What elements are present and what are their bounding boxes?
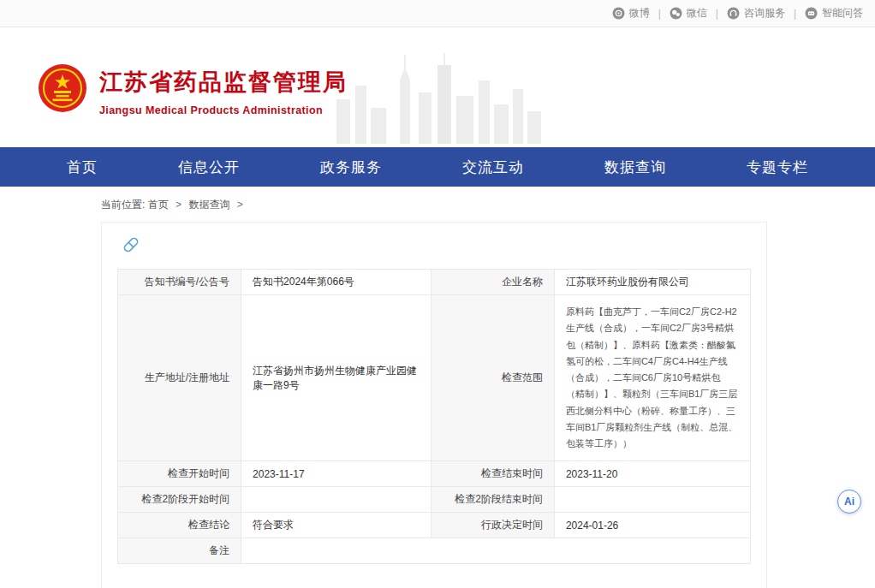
site-header: 江苏省药品监督管理局 Jiangsu Medical Products Admi…	[0, 27, 875, 147]
wechat-label: 微信	[687, 6, 707, 21]
topbar-divider: |	[658, 8, 661, 20]
weibo-label: 微博	[629, 6, 650, 21]
field-value-start-date: 2023-11-17	[241, 461, 432, 487]
field-value-decision-date: 2024-01-26	[554, 513, 750, 538]
field-label-start-date: 检查开始时间	[118, 461, 241, 487]
field-label-address: 生产地址/注册地址	[118, 295, 241, 461]
main-nav: 首页 信息公开 政务服务 交流互动 数据查询 专题专栏	[0, 147, 875, 187]
field-value-scope: 原料药【曲克芦丁，一车间C2厂房C2-H2生产线（合成），一车间C2厂房3号精烘…	[554, 295, 750, 461]
pill-icon	[121, 235, 141, 255]
consult-service-label: 咨询服务	[744, 6, 785, 21]
field-value-phase2-end	[554, 487, 750, 513]
site-title: 江苏省药品监督管理局	[99, 67, 348, 98]
agency-logo	[38, 63, 87, 113]
header-title-block: 江苏省药品监督管理局 Jiangsu Medical Products Admi…	[99, 67, 348, 116]
wechat-icon	[670, 7, 682, 20]
ai-assistant-button[interactable]: Ai	[837, 490, 861, 514]
table-row: 检查2阶段开始时间 检查2阶段结束时间	[118, 487, 751, 513]
breadcrumb-home-link[interactable]: 首页	[148, 199, 169, 211]
skyline-image	[330, 51, 552, 144]
smart-qa-label: 智能问答	[822, 6, 863, 21]
field-label-end-date: 检查结束时间	[431, 461, 554, 487]
breadcrumb-separator: >	[237, 199, 243, 211]
field-label-phase2-start: 检查2阶段开始时间	[118, 487, 241, 513]
field-label-company-name: 企业名称	[431, 270, 554, 295]
table-row: 生产地址/注册地址 江苏省扬州市扬州生物健康产业园健康一路9号 检查范围 原料药…	[118, 295, 751, 461]
nav-item-special-topics[interactable]: 专题专栏	[747, 157, 808, 177]
weibo-link[interactable]: 微博	[612, 6, 650, 21]
field-value-phase2-start	[241, 487, 432, 513]
field-label-scope: 检查范围	[431, 295, 554, 461]
breadcrumb-data-query-link[interactable]: 数据查询	[188, 199, 229, 211]
table-row: 检查结论 符合要求 行政决定时间 2024-01-26	[118, 513, 751, 538]
topbar-divider: |	[716, 8, 718, 20]
nav-item-interaction[interactable]: 交流互动	[462, 157, 524, 177]
field-label-conclusion: 检查结论	[118, 513, 241, 538]
inspection-table: 告知书编号/公告号 告知书2024年第066号 企业名称 江苏联环药业股份有限公…	[117, 269, 751, 564]
weibo-icon	[612, 7, 625, 20]
wechat-link[interactable]: 微信	[670, 6, 707, 21]
field-label-decision-date: 行政决定时间	[431, 513, 554, 538]
breadcrumb: 当前位置: 首页 > 数据查询 >	[0, 187, 875, 222]
site-subtitle: Jiangsu Medical Products Administration	[99, 104, 348, 116]
breadcrumb-separator: >	[176, 199, 182, 211]
nav-item-gov-services[interactable]: 政务服务	[320, 157, 382, 177]
field-label-remarks: 备注	[118, 538, 241, 564]
field-label-phase2-end: 检查2阶段结束时间	[431, 487, 554, 513]
inspection-detail-panel: 告知书编号/公告号 告知书2024年第066号 企业名称 江苏联环药业股份有限公…	[101, 222, 767, 588]
consult-icon	[727, 7, 740, 20]
table-row: 备注	[118, 538, 751, 564]
topbar-divider: |	[794, 8, 796, 20]
table-row: 检查开始时间 2023-11-17 检查结束时间 2023-11-20	[118, 461, 751, 487]
qa-icon	[805, 7, 818, 20]
field-value-address: 江苏省扬州市扬州生物健康产业园健康一路9号	[241, 295, 432, 461]
consult-service-link[interactable]: 咨询服务	[727, 6, 785, 21]
field-value-company-name: 江苏联环药业股份有限公司	[554, 270, 750, 295]
nav-item-data-query[interactable]: 数据查询	[604, 157, 666, 177]
field-value-conclusion: 符合要求	[241, 513, 432, 538]
field-value-end-date: 2023-11-20	[554, 461, 750, 487]
smart-qa-link[interactable]: 智能问答	[805, 6, 863, 21]
field-value-notice-number: 告知书2024年第066号	[241, 270, 432, 295]
topbar: 微博 | 微信 | 咨询服务 | 智能问答	[0, 0, 875, 27]
nav-item-home[interactable]: 首页	[67, 157, 98, 177]
table-row: 告知书编号/公告号 告知书2024年第066号 企业名称 江苏联环药业股份有限公…	[118, 270, 751, 295]
breadcrumb-prefix: 当前位置:	[101, 199, 145, 211]
field-label-notice-number: 告知书编号/公告号	[118, 270, 241, 295]
field-value-remarks	[241, 538, 751, 564]
nav-item-info-disclosure[interactable]: 信息公开	[178, 157, 240, 177]
